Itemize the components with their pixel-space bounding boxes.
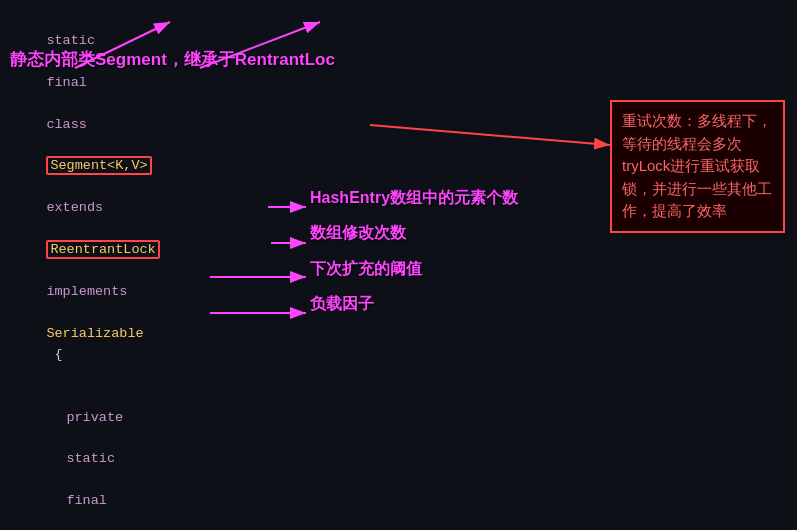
code-line-2: private static final long serialVersionU… bbox=[14, 387, 783, 530]
keyword-extends: extends bbox=[46, 200, 103, 215]
keyword-static: static bbox=[46, 33, 95, 48]
segment-highlight: Segment<K,V> bbox=[46, 156, 151, 175]
code-background: static final class Segment<K,V> extends … bbox=[0, 0, 797, 530]
serializable-class: Serializable bbox=[46, 326, 143, 341]
keyword-final: final bbox=[46, 75, 87, 90]
reentrantlock-highlight: ReentrantLock bbox=[46, 240, 159, 259]
keyword-implements: implements bbox=[46, 284, 127, 299]
code-line-1: static final class Segment<K,V> extends … bbox=[14, 10, 783, 387]
keyword-class: class bbox=[46, 117, 87, 132]
